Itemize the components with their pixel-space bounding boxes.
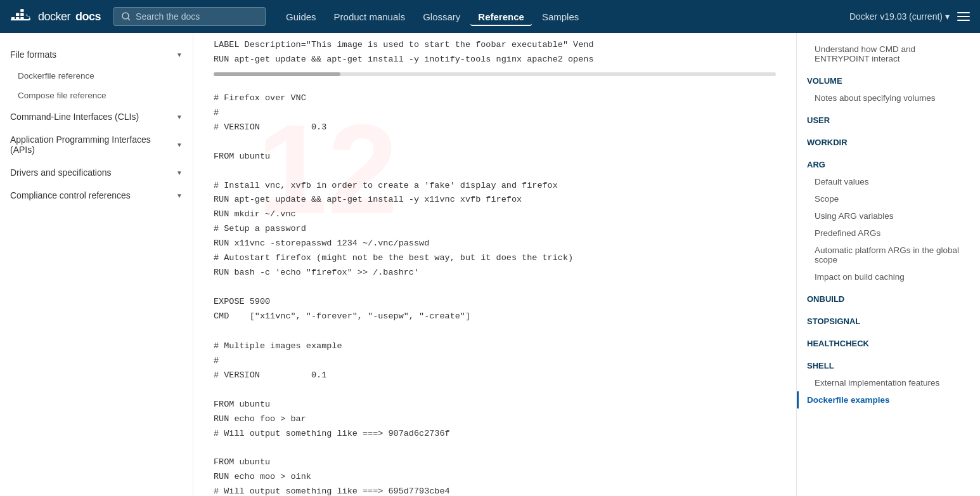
sidebar-item-apis-label: Application Programming Interfaces (APIs…: [10, 134, 176, 155]
sidebar-item-compose-reference[interactable]: Compose file reference: [0, 86, 193, 105]
top-code-block: LABEL Description="This image is used to…: [214, 33, 776, 67]
right-sidebar-cmd-entrypoint[interactable]: Understand how CMD and ENTRYPOINT intera…: [797, 41, 980, 67]
sidebar-section-file-formats: File formats ▼ Dockerfile reference Comp…: [0, 43, 193, 105]
code-scrollbar-thumb[interactable]: [214, 72, 340, 76]
right-sidebar-default-values[interactable]: Default values: [797, 173, 980, 190]
sidebar-item-compose-label: Compose file reference: [18, 91, 106, 100]
nav-reference[interactable]: Reference: [470, 8, 532, 26]
nav-glossary[interactable]: Glossary: [415, 8, 468, 26]
svg-rect-9: [957, 16, 970, 17]
right-sidebar-build-caching-label: Impact on build caching: [815, 272, 905, 282]
search-bar[interactable]: [113, 7, 266, 26]
right-sidebar-user[interactable]: USER: [797, 112, 980, 129]
right-sidebar-cmd-entrypoint-label: Understand how CMD and ENTRYPOINT intera…: [815, 44, 915, 63]
right-sidebar-volume[interactable]: VOLUME: [797, 72, 980, 89]
sidebar-item-compliance[interactable]: Compliance control references ▼: [0, 184, 193, 207]
svg-rect-8: [957, 12, 970, 13]
code-scrollbar-track[interactable]: [214, 72, 776, 76]
sidebar-item-file-formats[interactable]: File formats ▼: [0, 43, 193, 66]
right-sidebar-auto-platform-args-label: Automatic platform ARGs in the global sc…: [815, 245, 959, 264]
sidebar-item-file-formats-label: File formats: [10, 49, 56, 60]
right-sidebar-default-values-label: Default values: [815, 177, 869, 186]
right-sidebar-dockerfile-examples-label: Dockerfile examples: [807, 395, 890, 405]
sidebar-item-cli[interactable]: Command-Line Interfaces (CLIs) ▼: [0, 105, 193, 128]
top-code-lines: LABEL Description="This image is used to…: [214, 38, 776, 67]
right-sidebar-onbuild-label: ONBUILD: [807, 294, 844, 304]
right-sidebar-workdir[interactable]: WORKDIR: [797, 134, 980, 151]
right-sidebar-external-impl-label: External implementation features: [815, 378, 939, 388]
search-icon: [122, 12, 131, 21]
vnc-code-block: # Firefox over VNC # # VERSION 0.3 FROM …: [214, 91, 776, 324]
right-sidebar-onbuild[interactable]: ONBUILD: [797, 290, 980, 308]
chevron-down-icon-apis: ▼: [176, 141, 183, 148]
right-sidebar-predefined-args-label: Predefined ARGs: [815, 228, 880, 238]
right-sidebar-volume-label: VOLUME: [807, 76, 842, 86]
right-sidebar-shell[interactable]: SHELL: [797, 357, 980, 374]
right-sidebar-using-arg-label: Using ARG variables: [815, 211, 894, 221]
right-sidebar-notes-volumes-label: Notes about specifying volumes: [815, 93, 936, 103]
nav-product-manuals[interactable]: Product manuals: [326, 8, 413, 26]
right-sidebar-stopsignal-label: STOPSIGNAL: [807, 317, 860, 326]
right-sidebar-healthcheck[interactable]: HEALTHCHECK: [797, 335, 980, 352]
nav-samples[interactable]: Samples: [534, 8, 586, 26]
header-right: Docker v19.03 (current) ▾: [849, 11, 970, 22]
left-sidebar: File formats ▼ Dockerfile reference Comp…: [0, 33, 193, 496]
multi-images-code-block: # Multiple images example # # VERSION 0.…: [214, 339, 776, 496]
right-sidebar-arg[interactable]: ARG: [797, 156, 980, 173]
right-sidebar-user-label: USER: [807, 115, 830, 125]
hamburger-icon[interactable]: [957, 12, 970, 21]
svg-point-6: [122, 13, 129, 19]
sidebar-item-dockerfile-reference[interactable]: Dockerfile reference: [0, 66, 193, 86]
svg-rect-10: [957, 20, 970, 21]
search-input[interactable]: [136, 11, 257, 22]
chevron-down-icon: ▼: [176, 51, 183, 58]
layout: File formats ▼ Dockerfile reference Comp…: [0, 33, 980, 496]
right-sidebar-healthcheck-label: HEALTHCHECK: [807, 339, 869, 348]
sidebar-item-cli-label: Command-Line Interfaces (CLIs): [10, 112, 139, 122]
sidebar-item-drivers-label: Drivers and specifications: [10, 167, 112, 178]
svg-rect-4: [20, 13, 23, 16]
version-chevron-icon: ▾: [945, 11, 950, 22]
svg-line-7: [128, 18, 130, 20]
right-sidebar-shell-label: SHELL: [807, 361, 834, 370]
nav-guides[interactable]: Guides: [278, 8, 324, 26]
chevron-down-icon-cli: ▼: [176, 114, 183, 121]
right-sidebar-dockerfile-examples[interactable]: Dockerfile examples: [797, 391, 980, 408]
right-sidebar-scope[interactable]: Scope: [797, 190, 980, 207]
sidebar-item-dockerfile-label: Dockerfile reference: [18, 71, 94, 81]
logo[interactable]: docker docs: [10, 8, 101, 25]
main-content: 12 LABEL Description="This image is used…: [193, 33, 796, 496]
main-nav: Guides Product manuals Glossary Referenc…: [278, 8, 837, 26]
svg-rect-5: [20, 9, 23, 11]
multi-images-code-lines: # Multiple images example # # VERSION 0.…: [214, 339, 776, 496]
sidebar-item-drivers-specs[interactable]: Drivers and specifications ▼: [0, 161, 193, 184]
right-sidebar-stopsignal[interactable]: STOPSIGNAL: [797, 313, 980, 330]
chevron-down-icon-compliance: ▼: [176, 192, 183, 199]
logo-docker-text: docker: [38, 10, 70, 23]
chevron-down-icon-drivers: ▼: [176, 169, 183, 176]
right-sidebar-using-arg[interactable]: Using ARG variables: [797, 207, 980, 225]
right-sidebar-workdir-label: WORKDIR: [807, 138, 848, 147]
version-label: Docker v19.03 (current): [849, 11, 943, 22]
header: docker docs Guides Product manuals Gloss…: [0, 0, 980, 33]
right-sidebar-build-caching[interactable]: Impact on build caching: [797, 268, 980, 285]
right-sidebar-scope-label: Scope: [815, 194, 839, 204]
right-sidebar: Understand how CMD and ENTRYPOINT intera…: [796, 33, 980, 496]
right-sidebar-auto-platform-args[interactable]: Automatic platform ARGs in the global sc…: [797, 242, 980, 268]
version-selector[interactable]: Docker v19.03 (current) ▾: [849, 11, 950, 22]
right-sidebar-arg-label: ARG: [807, 160, 825, 169]
sidebar-item-compliance-label: Compliance control references: [10, 190, 131, 200]
vnc-code-lines: # Firefox over VNC # # VERSION 0.3 FROM …: [214, 91, 776, 324]
docker-logo-icon: [10, 8, 33, 25]
right-sidebar-external-impl[interactable]: External implementation features: [797, 374, 980, 391]
right-sidebar-notes-volumes[interactable]: Notes about specifying volumes: [797, 89, 980, 107]
logo-docs-text: docs: [75, 10, 101, 23]
sidebar-item-apis[interactable]: Application Programming Interfaces (APIs…: [0, 128, 193, 161]
svg-rect-3: [16, 13, 19, 16]
right-sidebar-predefined-args[interactable]: Predefined ARGs: [797, 225, 980, 242]
